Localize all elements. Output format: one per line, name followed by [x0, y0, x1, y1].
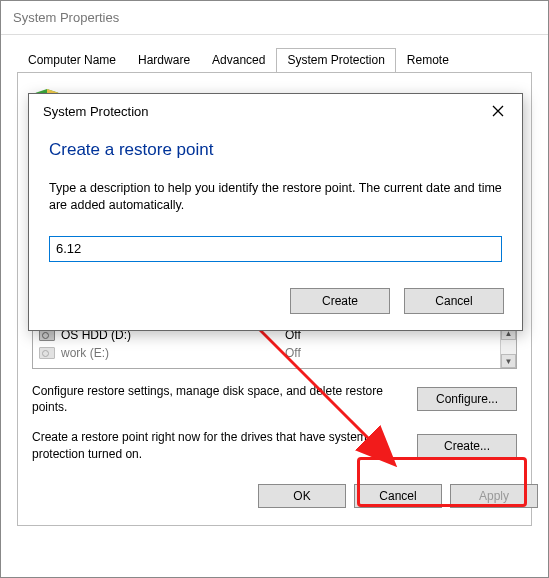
create-description: Create a restore point right now for the…	[32, 429, 407, 461]
ok-button[interactable]: OK	[258, 484, 346, 508]
hdd-icon	[39, 347, 55, 359]
modal-description: Type a description to help you identify …	[49, 180, 502, 214]
modal-create-button[interactable]: Create	[290, 288, 390, 314]
scroll-down-button[interactable]: ▼	[501, 354, 516, 368]
window-title: System Properties	[1, 1, 548, 35]
tab-hardware[interactable]: Hardware	[127, 48, 201, 73]
drive-list[interactable]: OS HDD (D:) Off work (E:) Off ▲ ▼	[32, 325, 517, 369]
tab-computer-name[interactable]: Computer Name	[17, 48, 127, 73]
configure-button[interactable]: Configure...	[417, 387, 517, 411]
configure-description: Configure restore settings, manage disk …	[32, 383, 407, 415]
restore-point-name-input[interactable]	[49, 236, 502, 262]
highlight-box	[357, 457, 527, 507]
system-properties-window: System Properties Computer Name Hardware…	[0, 0, 549, 578]
create-restore-point-dialog: System Protection Create a restore point…	[28, 93, 523, 331]
close-button[interactable]	[484, 100, 512, 122]
hdd-icon	[39, 329, 55, 341]
tab-remote[interactable]: Remote	[396, 48, 460, 73]
tab-system-protection[interactable]: System Protection	[276, 48, 395, 73]
modal-heading: Create a restore point	[49, 140, 502, 160]
modal-cancel-button[interactable]: Cancel	[404, 288, 504, 314]
drive-row[interactable]: work (E:) Off	[33, 344, 516, 362]
create-button[interactable]: Create...	[417, 434, 517, 458]
drive-status-label: Off	[285, 346, 510, 360]
close-icon	[492, 105, 504, 117]
modal-title: System Protection	[43, 104, 149, 119]
drive-name-label: work (E:)	[61, 346, 109, 360]
drive-list-scrollbar[interactable]: ▲ ▼	[500, 326, 516, 368]
tab-strip: Computer Name Hardware Advanced System P…	[17, 47, 532, 72]
tab-advanced[interactable]: Advanced	[201, 48, 276, 73]
